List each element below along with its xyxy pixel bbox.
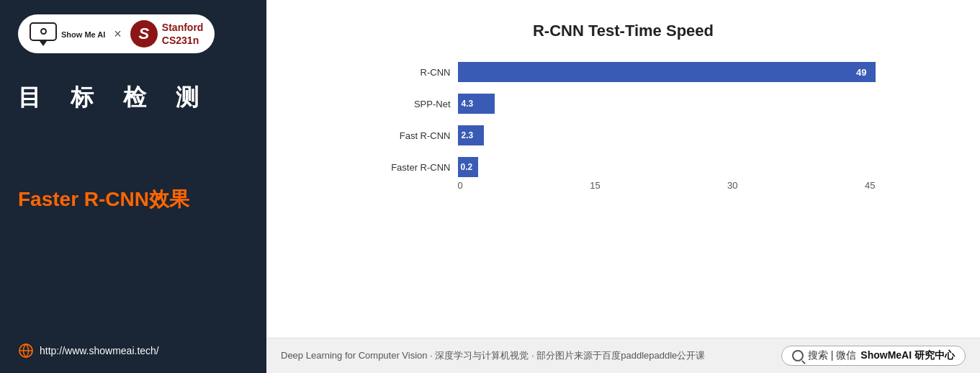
website-url: http://www.showmeai.tech/ [40, 345, 159, 356]
stanford-text: Stanford CS231n [162, 21, 204, 47]
bar-value-rcnn: 49 [852, 67, 871, 78]
x-axis: 0 15 30 45 [372, 180, 876, 191]
showme-logo: Show Me AI [30, 22, 105, 46]
bar-container-sppnet: 4.3 [458, 94, 876, 114]
x-label-30: 30 [727, 180, 737, 191]
bar-fasterrcnn: 0.2 [458, 157, 478, 177]
bar-row-sppnet: SPP-Net 4.3 [372, 94, 876, 114]
bar-row-fasterrcnn: Faster R-CNN 0.2 [372, 157, 876, 177]
showme-text: Show Me AI [61, 30, 105, 39]
chart-title: R-CNN Test-Time Speed [533, 22, 714, 40]
bar-label-fasterrcnn: Faster R-CNN [372, 162, 458, 173]
search-icon [792, 350, 804, 361]
website-icon [18, 343, 34, 359]
x-label-45: 45 [865, 180, 875, 191]
bar-label-fastrcnn: Fast R-CNN [372, 130, 458, 141]
search-label: 搜索 | 微信 [808, 349, 856, 362]
monitor-icon [30, 22, 57, 41]
stanford-course: CS231n [162, 34, 204, 47]
website-row: http://www.showmeai.tech/ [18, 343, 159, 359]
monitor-icon-wrap [30, 22, 57, 46]
bar-label-sppnet: SPP-Net [372, 99, 458, 109]
bar-chart: R-CNN 49 SPP-Net 4.3 Fast R-CNN [372, 62, 876, 177]
bar-sppnet: 4.3 [458, 94, 495, 114]
main-content: ShowMeAI R-CNN Test-Time Speed R-CNN 49 … [266, 0, 980, 373]
x-separator: × [114, 27, 122, 42]
page-title-chinese: 目 标 检 测 [18, 82, 210, 114]
search-bold-label: ShowMeAI 研究中心 [860, 349, 955, 362]
bar-container-fasterrcnn: 0.2 [458, 157, 876, 177]
slide-title: Faster R-CNN效果 [18, 186, 189, 213]
stanford-s-logo: S [130, 20, 158, 48]
sidebar: Show Me AI × S Stanford CS231n 目 标 检 测 F… [0, 0, 266, 373]
bar-label-rcnn: R-CNN [372, 67, 458, 78]
stanford-area: S Stanford CS231n [130, 20, 204, 48]
x-axis-labels: 0 15 30 45 [458, 180, 876, 191]
bar-container-fastrcnn: 2.3 [458, 125, 876, 145]
bottom-bar: Deep Learning for Computer Vision · 深度学习… [266, 338, 980, 373]
bar-rcnn: 49 [458, 62, 876, 82]
bar-value-fastrcnn: 2.3 [458, 130, 477, 140]
stanford-name: Stanford [162, 21, 204, 34]
chart-area: ShowMeAI R-CNN Test-Time Speed R-CNN 49 … [266, 0, 980, 338]
bar-container-rcnn: 49 [458, 62, 876, 82]
search-box[interactable]: 搜索 | 微信 ShowMeAI 研究中心 [781, 346, 966, 366]
x-label-0: 0 [458, 180, 463, 191]
bottom-description: Deep Learning for Computer Vision · 深度学习… [281, 349, 705, 362]
monitor-circle [40, 28, 47, 35]
logo-area: Show Me AI × S Stanford CS231n [18, 14, 215, 53]
bar-value-sppnet: 4.3 [458, 99, 477, 109]
bar-fastrcnn: 2.3 [458, 125, 484, 145]
bar-value-fasterrcnn: 0.2 [458, 162, 476, 172]
bar-row-rcnn: R-CNN 49 [372, 62, 876, 82]
x-label-15: 15 [590, 180, 600, 191]
bar-row-fastrcnn: Fast R-CNN 2.3 [372, 125, 876, 145]
monitor-stand [40, 41, 47, 46]
